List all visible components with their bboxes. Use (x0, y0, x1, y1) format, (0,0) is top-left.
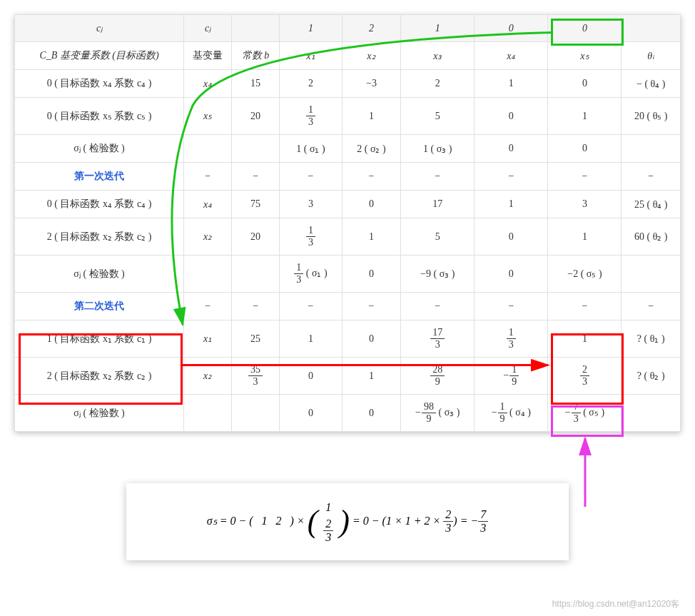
cell: 20 ( θ₅ ) (622, 98, 681, 135)
cell: 1 (342, 98, 400, 135)
cell: 1 (342, 358, 400, 395)
cell: 1 (475, 191, 548, 218)
cell: 15 (232, 70, 280, 98)
cell: 2 (401, 70, 475, 98)
cell: 0 (280, 395, 343, 432)
simplex-table-container: cⱼ cⱼ 1 2 1 0 0 C_B 基变量系数 (目标函数) 基变量 常数 … (14, 14, 681, 432)
cell: 13 (475, 320, 548, 358)
cell (622, 395, 681, 432)
cell: −3 (342, 70, 400, 98)
cell: 0 (475, 98, 548, 135)
header-empty (232, 15, 280, 42)
row-label: 0 ( 目标函数 x₄ 系数 c₄ ) (15, 70, 184, 98)
cell: − ( θ₄ ) (622, 70, 681, 98)
row-bv: x₂ (184, 358, 232, 395)
cell: − (401, 293, 475, 320)
cell: − (184, 163, 232, 191)
cell: 1 ( σ₁ ) (280, 135, 343, 163)
cell: 1 (548, 320, 622, 358)
cell: 2 ( σ₂ ) (342, 135, 400, 163)
cell: 0 (342, 320, 400, 358)
subhead-x4: x₄ (475, 42, 548, 70)
cell (622, 256, 681, 293)
row-label: 0 ( 目标函数 x₄ 系数 c₄ ) (15, 191, 184, 218)
subhead-theta: θᵢ (622, 42, 681, 70)
row-bv: x₄ (184, 191, 232, 218)
cell: −73 ( σ₅ ) (548, 395, 622, 432)
formula-text: σ₅ = 0 − ( 1 2 ) × ( 1 23 ) = 0 − (1 × 1… (207, 515, 488, 527)
cell: 0 (475, 135, 548, 163)
cell: −989 ( σ₃ ) (401, 395, 475, 432)
iteration-label: 第二次迭代 (15, 293, 184, 320)
cell: 0 (548, 135, 622, 163)
header-row-cj: cⱼ cⱼ 1 2 1 0 0 (15, 15, 681, 42)
cell: 1 (475, 70, 548, 98)
cell: 13 (280, 98, 343, 135)
cell: − (342, 163, 400, 191)
table-row: 1 ( 目标函数 x₁ 系数 c₁ ) x₁ 25 1 0 173 13 1 ?… (15, 320, 681, 358)
cell (184, 256, 232, 293)
cell: 13 (280, 218, 343, 256)
cell: − (184, 293, 232, 320)
simplex-table: cⱼ cⱼ 1 2 1 0 0 C_B 基变量系数 (目标函数) 基变量 常数 … (14, 14, 681, 432)
cell: 5 (401, 98, 475, 135)
iteration-divider-1: 第一次迭代 − − − − − − − − (15, 163, 681, 191)
subhead-x2: x₂ (342, 42, 400, 70)
sigma-row: σⱼ ( 检验数 ) 0 0 −989 ( σ₃ ) −19 ( σ₄ ) −7… (15, 395, 681, 432)
row-label: 2 ( 目标函数 x₂ 系数 c₂ ) (15, 218, 184, 256)
row-label: 2 ( 目标函数 x₂ 系数 c₂ ) (15, 358, 184, 395)
row-bv: x₅ (184, 98, 232, 135)
cell: 0 (342, 256, 400, 293)
cell: 0 (548, 70, 622, 98)
cell: 3 (280, 191, 343, 218)
header-coef-3: 1 (401, 15, 475, 42)
header-coef-1: 1 (280, 15, 343, 42)
subhead-x3: x₃ (401, 42, 475, 70)
cell: 0 (475, 218, 548, 256)
cell (232, 395, 280, 432)
cell: 20 (232, 218, 280, 256)
cell: 0 (342, 191, 400, 218)
cell: ? ( θ₂ ) (622, 358, 681, 395)
cell: 1 (548, 218, 622, 256)
header-cj2: cⱼ (184, 15, 232, 42)
cell: ? ( θ₁ ) (622, 320, 681, 358)
row-label: σⱼ ( 检验数 ) (15, 135, 184, 163)
cell (232, 256, 280, 293)
cell: 3 (548, 191, 622, 218)
cell: 13 ( σ₁ ) (280, 256, 343, 293)
row-label: 0 ( 目标函数 x₅ 系数 c₅ ) (15, 98, 184, 135)
cell: 1 (342, 218, 400, 256)
cell: −19 (475, 358, 548, 395)
formula-card: σ₅ = 0 − ( 1 2 ) × ( 1 23 ) = 0 − (1 × 1… (126, 483, 569, 560)
cell (184, 395, 232, 432)
cell: 25 (232, 320, 280, 358)
cell: 17 (401, 191, 475, 218)
subhead-b: 常数 b (232, 42, 280, 70)
row-bv: x₄ (184, 70, 232, 98)
cell: 20 (232, 98, 280, 135)
sigma-row: σⱼ ( 检验数 ) 1 ( σ₁ ) 2 ( σ₂ ) 1 ( σ₃ ) 0 … (15, 135, 681, 163)
row-bv: x₂ (184, 218, 232, 256)
row-label: 1 ( 目标函数 x₁ 系数 c₁ ) (15, 320, 184, 358)
header-coef-4: 0 (475, 15, 548, 42)
cell (622, 135, 681, 163)
cell (184, 135, 232, 163)
subhead-basevar: 基变量 (184, 42, 232, 70)
cell: 23 (548, 358, 622, 395)
cell: 1 (280, 320, 343, 358)
cell: − (280, 163, 343, 191)
cell: − (622, 293, 681, 320)
table-row: 0 ( 目标函数 x₅ 系数 c₅ ) x₅ 20 13 1 5 0 1 20 … (15, 98, 681, 135)
header-empty2 (622, 15, 681, 42)
subhead-x5: x₅ (548, 42, 622, 70)
cell: − (232, 293, 280, 320)
cell: − (475, 293, 548, 320)
row-bv: x₁ (184, 320, 232, 358)
cell: −19 ( σ₄ ) (475, 395, 548, 432)
cell: 60 ( θ₂ ) (622, 218, 681, 256)
cell: 2 (280, 70, 343, 98)
table-row: 0 ( 目标函数 x₄ 系数 c₄ ) x₄ 75 3 0 17 1 3 25 … (15, 191, 681, 218)
cell: −2 ( σ₅ ) (548, 256, 622, 293)
table-row: 0 ( 目标函数 x₄ 系数 c₄ ) x₄ 15 2 −3 2 1 0 − (… (15, 70, 681, 98)
